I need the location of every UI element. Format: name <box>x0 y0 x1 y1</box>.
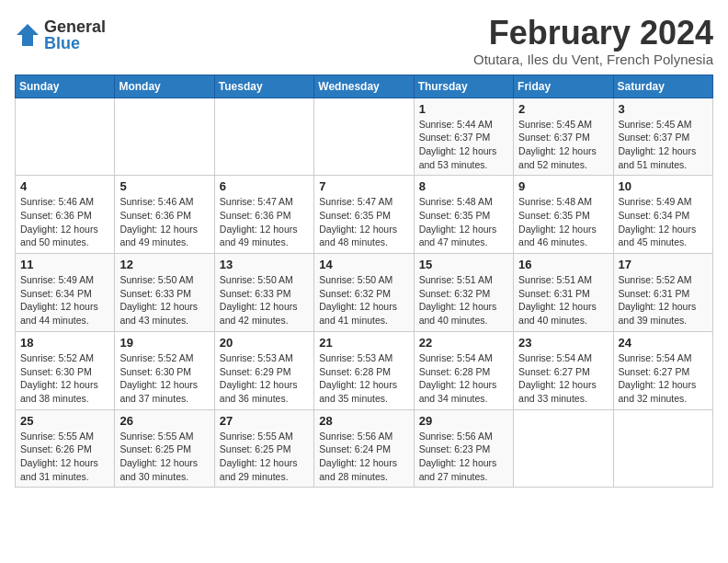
logo: General Blue <box>15 18 106 52</box>
day-info: Sunrise: 5:47 AMSunset: 6:36 PMDaylight:… <box>220 195 309 249</box>
calendar-cell: 10Sunrise: 5:49 AMSunset: 6:34 PMDayligh… <box>613 176 712 254</box>
day-number: 25 <box>20 414 109 428</box>
calendar-cell: 2Sunrise: 5:45 AMSunset: 6:37 PMDaylight… <box>514 98 613 176</box>
day-number: 15 <box>419 258 508 271</box>
calendar-cell: 18Sunrise: 5:52 AMSunset: 6:30 PMDayligh… <box>16 331 115 409</box>
day-info: Sunrise: 5:46 AMSunset: 6:36 PMDaylight:… <box>20 195 109 249</box>
calendar-cell: 24Sunrise: 5:54 AMSunset: 6:27 PMDayligh… <box>613 331 712 409</box>
day-of-week-wednesday: Wednesday <box>314 75 414 98</box>
calendar-week-3: 11Sunrise: 5:49 AMSunset: 6:34 PMDayligh… <box>16 254 713 332</box>
day-number: 11 <box>20 258 109 271</box>
day-info: Sunrise: 5:49 AMSunset: 6:34 PMDaylight:… <box>619 195 708 249</box>
calendar-cell: 26Sunrise: 5:55 AMSunset: 6:25 PMDayligh… <box>115 409 214 488</box>
calendar-cell: 22Sunrise: 5:54 AMSunset: 6:28 PMDayligh… <box>414 331 513 409</box>
calendar-cell: 7Sunrise: 5:47 AMSunset: 6:35 PMDaylight… <box>314 176 414 254</box>
calendar-cell: 13Sunrise: 5:50 AMSunset: 6:33 PMDayligh… <box>214 254 313 332</box>
calendar-subtitle: Otutara, Iles du Vent, French Polynesia <box>473 52 713 67</box>
logo-icon <box>15 22 40 48</box>
day-info: Sunrise: 5:56 AMSunset: 6:23 PMDaylight:… <box>419 430 508 484</box>
day-number: 17 <box>619 258 708 271</box>
calendar-cell: 21Sunrise: 5:53 AMSunset: 6:28 PMDayligh… <box>314 331 414 409</box>
calendar-week-2: 4Sunrise: 5:46 AMSunset: 6:36 PMDaylight… <box>16 176 713 254</box>
calendar-cell: 8Sunrise: 5:48 AMSunset: 6:35 PMDaylight… <box>414 176 513 254</box>
day-number: 16 <box>518 258 608 271</box>
calendar-cell: 27Sunrise: 5:55 AMSunset: 6:25 PMDayligh… <box>214 409 313 488</box>
logo-general: General <box>44 18 106 35</box>
calendar-week-5: 25Sunrise: 5:55 AMSunset: 6:26 PMDayligh… <box>16 409 713 488</box>
day-info: Sunrise: 5:53 AMSunset: 6:29 PMDaylight:… <box>220 351 309 406</box>
day-number: 7 <box>319 179 408 193</box>
calendar-cell: 15Sunrise: 5:51 AMSunset: 6:32 PMDayligh… <box>414 254 513 332</box>
calendar-cell: 25Sunrise: 5:55 AMSunset: 6:26 PMDayligh… <box>16 409 115 488</box>
calendar-cell: 9Sunrise: 5:48 AMSunset: 6:35 PMDaylight… <box>514 176 613 254</box>
day-number: 8 <box>419 179 508 193</box>
day-info: Sunrise: 5:52 AMSunset: 6:30 PMDaylight:… <box>20 351 109 406</box>
day-info: Sunrise: 5:50 AMSunset: 6:33 PMDaylight:… <box>220 273 309 327</box>
day-info: Sunrise: 5:55 AMSunset: 6:25 PMDaylight:… <box>220 430 309 484</box>
calendar-cell <box>314 98 414 176</box>
day-info: Sunrise: 5:50 AMSunset: 6:33 PMDaylight:… <box>119 273 209 327</box>
calendar-title: February 2024 <box>473 15 713 52</box>
day-info: Sunrise: 5:46 AMSunset: 6:36 PMDaylight:… <box>119 195 209 249</box>
day-info: Sunrise: 5:54 AMSunset: 6:27 PMDaylight:… <box>518 351 608 406</box>
calendar-cell: 1Sunrise: 5:44 AMSunset: 6:37 PMDaylight… <box>414 98 513 176</box>
page-header: General Blue February 2024 Otutara, Iles… <box>15 15 713 67</box>
day-number: 29 <box>419 414 508 428</box>
day-number: 26 <box>119 414 209 428</box>
day-info: Sunrise: 5:45 AMSunset: 6:37 PMDaylight:… <box>619 118 708 172</box>
day-number: 22 <box>419 336 508 350</box>
calendar-cell: 6Sunrise: 5:47 AMSunset: 6:36 PMDaylight… <box>214 176 313 254</box>
day-of-week-thursday: Thursday <box>414 75 513 98</box>
day-number: 27 <box>220 414 309 428</box>
calendar-cell: 5Sunrise: 5:46 AMSunset: 6:36 PMDaylight… <box>115 176 214 254</box>
day-number: 2 <box>518 102 608 116</box>
day-number: 6 <box>220 179 309 193</box>
calendar-cell: 16Sunrise: 5:51 AMSunset: 6:31 PMDayligh… <box>514 254 613 332</box>
day-of-week-sunday: Sunday <box>16 75 115 98</box>
day-number: 21 <box>319 336 408 350</box>
calendar-cell: 3Sunrise: 5:45 AMSunset: 6:37 PMDaylight… <box>613 98 712 176</box>
calendar-cell: 4Sunrise: 5:46 AMSunset: 6:36 PMDaylight… <box>16 176 115 254</box>
calendar-cell: 11Sunrise: 5:49 AMSunset: 6:34 PMDayligh… <box>16 254 115 332</box>
day-info: Sunrise: 5:51 AMSunset: 6:32 PMDaylight:… <box>419 273 508 327</box>
calendar-cell: 19Sunrise: 5:52 AMSunset: 6:30 PMDayligh… <box>115 331 214 409</box>
logo-text: General Blue <box>44 18 106 52</box>
day-info: Sunrise: 5:56 AMSunset: 6:24 PMDaylight:… <box>319 430 408 484</box>
calendar-cell: 20Sunrise: 5:53 AMSunset: 6:29 PMDayligh… <box>214 331 313 409</box>
calendar-cell: 29Sunrise: 5:56 AMSunset: 6:23 PMDayligh… <box>414 409 513 488</box>
calendar-table: SundayMondayTuesdayWednesdayThursdayFrid… <box>15 75 713 488</box>
day-info: Sunrise: 5:54 AMSunset: 6:27 PMDaylight:… <box>619 351 708 406</box>
day-number: 28 <box>319 414 408 428</box>
day-number: 20 <box>220 336 309 350</box>
day-info: Sunrise: 5:48 AMSunset: 6:35 PMDaylight:… <box>518 195 608 249</box>
title-block: February 2024 Otutara, Iles du Vent, Fre… <box>473 15 713 67</box>
day-of-week-tuesday: Tuesday <box>214 75 313 98</box>
day-number: 19 <box>119 336 209 350</box>
day-info: Sunrise: 5:50 AMSunset: 6:32 PMDaylight:… <box>319 273 408 327</box>
day-info: Sunrise: 5:55 AMSunset: 6:26 PMDaylight:… <box>20 430 109 484</box>
day-of-week-saturday: Saturday <box>613 75 712 98</box>
calendar-header-row: SundayMondayTuesdayWednesdayThursdayFrid… <box>16 75 713 98</box>
day-number: 23 <box>518 336 608 350</box>
calendar-cell: 14Sunrise: 5:50 AMSunset: 6:32 PMDayligh… <box>314 254 414 332</box>
day-info: Sunrise: 5:47 AMSunset: 6:35 PMDaylight:… <box>319 195 408 249</box>
day-info: Sunrise: 5:51 AMSunset: 6:31 PMDaylight:… <box>518 273 608 327</box>
day-number: 5 <box>119 179 209 193</box>
calendar-cell <box>613 409 712 488</box>
day-info: Sunrise: 5:54 AMSunset: 6:28 PMDaylight:… <box>419 351 508 406</box>
day-number: 18 <box>20 336 109 350</box>
day-info: Sunrise: 5:44 AMSunset: 6:37 PMDaylight:… <box>419 118 508 172</box>
day-number: 12 <box>119 258 209 271</box>
calendar-cell <box>115 98 214 176</box>
calendar-week-1: 1Sunrise: 5:44 AMSunset: 6:37 PMDaylight… <box>16 98 713 176</box>
day-number: 14 <box>319 258 408 271</box>
day-number: 1 <box>419 102 508 116</box>
calendar-cell <box>514 409 613 488</box>
day-info: Sunrise: 5:45 AMSunset: 6:37 PMDaylight:… <box>518 118 608 172</box>
calendar-cell: 17Sunrise: 5:52 AMSunset: 6:31 PMDayligh… <box>613 254 712 332</box>
calendar-cell: 23Sunrise: 5:54 AMSunset: 6:27 PMDayligh… <box>514 331 613 409</box>
day-info: Sunrise: 5:53 AMSunset: 6:28 PMDaylight:… <box>319 351 408 406</box>
day-number: 24 <box>619 336 708 350</box>
day-number: 13 <box>220 258 309 271</box>
calendar-cell: 12Sunrise: 5:50 AMSunset: 6:33 PMDayligh… <box>115 254 214 332</box>
